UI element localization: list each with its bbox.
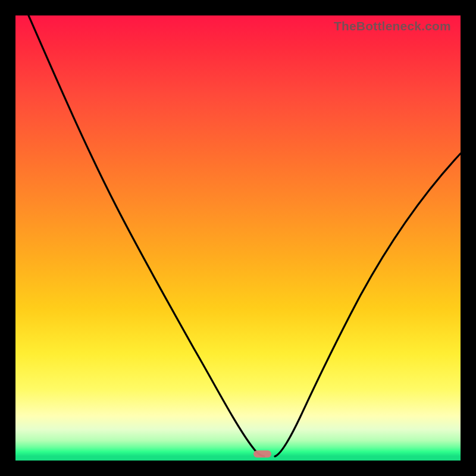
plot-area: TheBottleneck.com [15,15,461,461]
bottleneck-curve [15,15,461,461]
bottleneck-marker [253,450,271,458]
curve-right-branch [275,154,461,456]
curve-left-branch [29,15,264,456]
chart-frame: TheBottleneck.com [0,0,476,476]
